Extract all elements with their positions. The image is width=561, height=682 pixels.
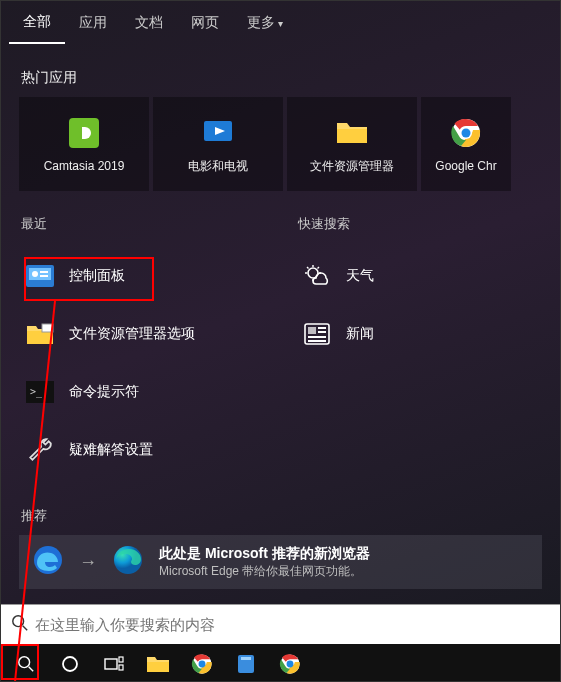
edge-title: 此处是 Microsoft 推荐的新浏览器 <box>159 545 370 563</box>
tab-apps[interactable]: 应用 <box>65 3 121 43</box>
app-tile-label: Camtasia 2019 <box>44 159 125 173</box>
tab-more[interactable]: 更多▾ <box>233 3 297 43</box>
chevron-down-icon: ▾ <box>278 18 283 29</box>
svg-rect-33 <box>119 665 123 670</box>
app-tile-explorer[interactable]: 文件资源管理器 <box>287 97 417 191</box>
section-quick-search: 快速搜索 <box>298 215 543 233</box>
app-tile-label: 电影和电视 <box>188 158 248 175</box>
taskbar-chrome-1[interactable] <box>181 645 223 682</box>
recent-cmd[interactable]: >_ 命令提示符 <box>19 363 266 421</box>
app-tile-chrome[interactable]: Google Chr <box>421 97 511 191</box>
cmd-icon: >_ <box>25 379 55 405</box>
app-tile-camtasia[interactable]: Camtasia 2019 <box>19 97 149 191</box>
svg-rect-13 <box>27 331 53 344</box>
svg-rect-32 <box>119 657 123 662</box>
list-item-label: 天气 <box>346 267 374 285</box>
svg-rect-21 <box>318 331 326 333</box>
svg-text:>_: >_ <box>30 386 43 398</box>
edge-new-icon <box>111 543 145 581</box>
list-item-label: 命令提示符 <box>69 383 139 401</box>
app-tile-label: Google Chr <box>435 159 496 173</box>
app-tile-label: 文件资源管理器 <box>310 158 394 175</box>
list-item-label: 文件资源管理器选项 <box>69 325 195 343</box>
recent-troubleshoot[interactable]: 疑难解答设置 <box>19 421 266 479</box>
svg-line-27 <box>23 625 28 630</box>
tab-all[interactable]: 全部 <box>9 2 65 44</box>
svg-point-36 <box>199 661 206 668</box>
folder-icon <box>334 114 370 150</box>
search-input[interactable] <box>35 616 550 633</box>
svg-line-29 <box>29 667 34 672</box>
taskbar-cortana-button[interactable] <box>49 645 91 682</box>
svg-point-30 <box>63 657 77 671</box>
tab-more-label: 更多 <box>247 14 275 30</box>
taskbar-explorer[interactable] <box>137 645 179 682</box>
svg-rect-31 <box>105 659 117 669</box>
svg-rect-20 <box>318 327 326 329</box>
svg-rect-14 <box>42 324 53 332</box>
taskbar-chrome-2[interactable] <box>269 645 311 682</box>
svg-rect-12 <box>40 275 48 277</box>
quick-weather[interactable]: 天气 <box>296 247 543 305</box>
edge-recommend-tile[interactable]: → 此处是 Microsoft 推荐的新浏览器 Microsoft Edge 带… <box>19 535 542 589</box>
svg-rect-38 <box>241 657 251 660</box>
svg-point-26 <box>13 615 24 626</box>
recent-control-panel[interactable]: 控制面板 <box>19 247 266 305</box>
svg-rect-11 <box>40 271 48 273</box>
search-icon <box>11 614 29 636</box>
list-item-label: 控制面板 <box>69 267 125 285</box>
svg-rect-4 <box>337 129 367 143</box>
wrench-icon <box>25 437 55 463</box>
movies-icon <box>200 114 236 150</box>
app-tile-movies[interactable]: 电影和电视 <box>153 97 283 191</box>
list-item-label: 疑难解答设置 <box>69 441 153 459</box>
weather-icon <box>302 263 332 289</box>
svg-rect-19 <box>308 327 316 334</box>
arrow-right-icon: → <box>79 552 97 573</box>
edge-subtitle: Microsoft Edge 带给你最佳网页功能。 <box>159 563 370 580</box>
svg-point-40 <box>287 661 294 668</box>
folder-options-icon <box>25 321 55 347</box>
taskbar-search-button[interactable] <box>5 645 47 682</box>
section-hot-apps: 热门应用 <box>1 45 560 97</box>
tab-docs[interactable]: 文档 <box>121 3 177 43</box>
svg-rect-34 <box>147 662 169 672</box>
edge-legacy-icon <box>31 543 65 581</box>
taskbar-taskview-button[interactable] <box>93 645 135 682</box>
recent-explorer-options[interactable]: 文件资源管理器选项 <box>19 305 266 363</box>
quick-news[interactable]: 新闻 <box>296 305 543 363</box>
svg-point-28 <box>19 657 30 668</box>
taskbar <box>1 644 560 682</box>
camtasia-icon <box>66 115 102 151</box>
svg-rect-1 <box>78 127 82 139</box>
svg-rect-22 <box>308 336 326 338</box>
quick-search-column: 快速搜索 天气 新闻 <box>266 197 543 539</box>
taskbar-app-blue[interactable] <box>225 645 267 682</box>
svg-point-10 <box>32 271 38 277</box>
news-icon <box>302 321 332 347</box>
control-panel-icon <box>25 263 55 289</box>
svg-point-7 <box>462 129 471 138</box>
search-bar[interactable] <box>1 604 560 644</box>
section-recent: 最近 <box>21 215 266 233</box>
chrome-icon <box>448 115 484 151</box>
tab-web[interactable]: 网页 <box>177 3 233 43</box>
hot-apps-row: Camtasia 2019 电影和电视 文件资源管理器 Google Chr <box>1 97 560 191</box>
start-search-panel: 全部 应用 文档 网页 更多▾ 热门应用 Camtasia 2019 电影和电视… <box>1 1 560 604</box>
edge-text: 此处是 Microsoft 推荐的新浏览器 Microsoft Edge 带给你… <box>159 545 370 580</box>
recent-column: 最近 控制面板 文件资源管理器选项 >_ 命令提示符 <box>19 197 266 539</box>
tabs-row: 全部 应用 文档 网页 更多▾ <box>1 1 560 45</box>
svg-rect-23 <box>308 340 326 342</box>
section-recommend: 推荐 <box>21 507 266 525</box>
list-item-label: 新闻 <box>346 325 374 343</box>
